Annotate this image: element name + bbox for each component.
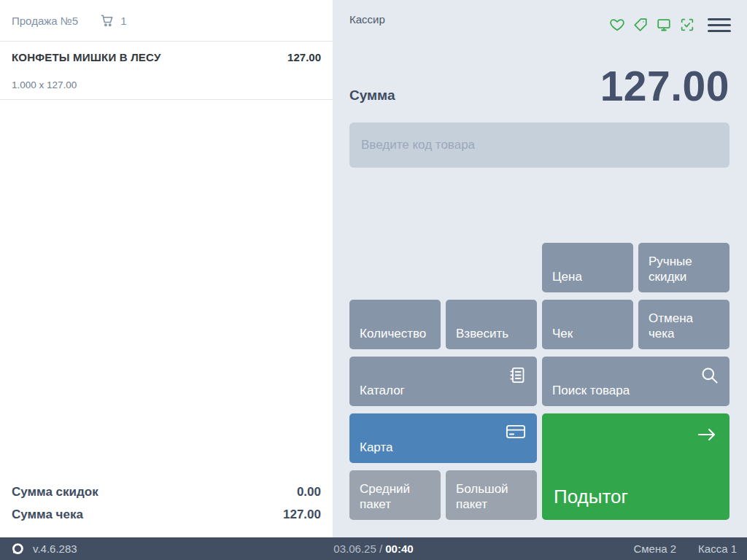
- display-icon[interactable]: [655, 16, 673, 34]
- receipt-sum-row: Сумма чека 127.00: [12, 503, 321, 526]
- card-button[interactable]: Карта: [349, 413, 537, 463]
- sale-title: Продажа №5: [12, 15, 78, 27]
- receipt-sum-label: Сумма чека: [12, 508, 83, 522]
- subtotal-button[interactable]: Подытог: [542, 413, 729, 520]
- cart-count: 1: [120, 15, 126, 27]
- sum-label: Сумма: [349, 88, 395, 104]
- catalog-button[interactable]: Каталог: [349, 357, 537, 406]
- receipt-empty-space: [0, 100, 333, 481]
- discount-sum-label: Сумма скидок: [12, 485, 98, 499]
- receipt-item-row[interactable]: КОНФЕТЫ МИШКИ В ЛЕСУ 127.00 1.000 x 127.…: [0, 42, 333, 100]
- cashier-label: Кассир: [349, 13, 385, 26]
- discount-sum-value: 0.00: [297, 485, 321, 499]
- tag-icon[interactable]: [632, 16, 649, 34]
- receipt-header: Продажа №5 1: [0, 0, 333, 42]
- weigh-button[interactable]: Взвесить: [446, 300, 537, 349]
- time-label: 00:40: [385, 542, 413, 555]
- receipt-button[interactable]: Чек: [542, 300, 633, 349]
- header-toolbar: [608, 16, 731, 34]
- quantity-button[interactable]: Количество: [349, 300, 441, 349]
- cart-icon: [98, 12, 116, 29]
- item-qty-line: 1.000 x 127.00: [12, 79, 321, 90]
- search-product-button[interactable]: Поиск товара: [542, 357, 729, 406]
- card-icon: [505, 422, 527, 445]
- arrow-right-icon: [696, 425, 718, 450]
- receipt-panel: Продажа №5 1 КОНФЕТЫ МИШКИ В ЛЕСУ 1: [0, 0, 333, 537]
- datetime-separator: /: [379, 542, 382, 555]
- receipt-summary: Сумма скидок 0.00 Сумма чека 127.00: [0, 481, 333, 537]
- cart-counter: 1: [98, 12, 126, 29]
- datetime: 03.06.25 / 00:40: [0, 542, 747, 555]
- menu-icon[interactable]: [708, 16, 731, 34]
- scan-check-icon[interactable]: [678, 16, 696, 34]
- sum-value: 127.00: [600, 66, 729, 107]
- medium-bag-button[interactable]: Средний пакет: [349, 470, 441, 520]
- product-code-input[interactable]: [349, 122, 729, 168]
- receipt-sum-value: 127.00: [283, 508, 321, 522]
- big-bag-button[interactable]: Большой пакет: [446, 470, 537, 520]
- action-button-grid: Цена Ручные скидки Количество Взвесить Ч…: [349, 243, 729, 520]
- heart-icon[interactable]: [608, 16, 626, 34]
- search-icon: [700, 365, 719, 389]
- price-button[interactable]: Цена: [542, 243, 633, 292]
- discount-sum-row: Сумма скидок 0.00: [12, 481, 321, 503]
- date-label: 03.06.25: [333, 542, 376, 555]
- action-panel: Кассир: [333, 0, 747, 537]
- cancel-receipt-button[interactable]: Отмена чека: [638, 300, 729, 349]
- manual-discounts-button[interactable]: Ручные скидки: [638, 243, 729, 292]
- catalog-icon: [507, 365, 527, 389]
- item-name: КОНФЕТЫ МИШКИ В ЛЕСУ: [12, 51, 160, 63]
- status-bar: v.4.6.283 03.06.25 / 00:40 Смена 2 Касса…: [0, 537, 747, 560]
- item-total: 127.00: [287, 51, 321, 63]
- pos-app: Продажа №5 1 КОНФЕТЫ МИШКИ В ЛЕСУ 1: [0, 0, 747, 560]
